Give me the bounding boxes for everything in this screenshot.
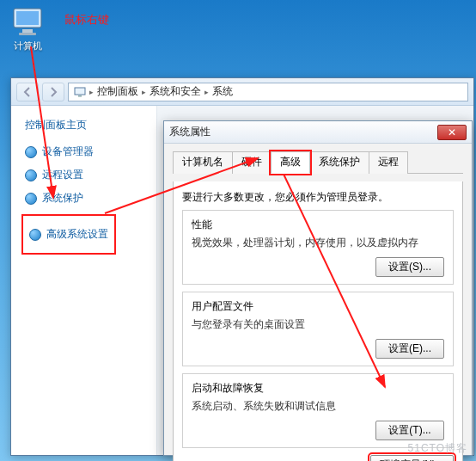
close-icon: ✕ [448,126,456,138]
tab-system-protection[interactable]: 系统保护 [309,151,369,174]
control-panel-home-link[interactable]: 控制面板主页 [25,118,146,132]
group-title: 性能 [192,218,444,232]
sidebar-item-label: 远程设置 [42,168,83,182]
group-desc: 视觉效果，处理器计划，内存使用，以及虚拟内存 [192,236,444,250]
svg-rect-5 [78,95,82,97]
group-desc: 与您登录有关的桌面设置 [192,317,444,332]
tab-advanced[interactable]: 高级 [271,151,310,174]
group-title: 用户配置文件 [192,299,444,314]
monitor-small-icon [74,87,86,97]
annotation-right-click: 鼠标右键 [64,12,109,28]
svg-rect-1 [16,11,39,25]
bullet-icon [25,193,37,205]
chevron-right-icon: ▸ [204,88,209,96]
bullet-icon [25,169,37,181]
performance-settings-button[interactable]: 设置(S)... [375,257,444,277]
nav-back-button[interactable] [16,83,39,101]
group-title: 启动和故障恢复 [192,381,444,396]
tab-computer-name[interactable]: 计算机名 [173,151,233,174]
computer-desktop-icon[interactable]: 计算机 [7,7,48,52]
user-profiles-settings-button[interactable]: 设置(E)... [375,339,444,359]
sidebar-item-device-manager[interactable]: 设备管理器 [25,144,146,159]
sidebar-item-label: 高级系统设置 [46,227,108,242]
svg-rect-2 [22,29,33,33]
annotation-highlight-advanced-settings: 高级系统设置 [21,214,116,255]
sidebar-item-label: 设备管理器 [42,144,94,159]
control-panel-sidebar: 控制面板主页 设备管理器 远程设置 系统保护 高级系统设置 [11,106,157,455]
tab-remote[interactable]: 远程 [369,151,408,174]
close-button[interactable]: ✕ [437,125,467,140]
environment-variables-button[interactable]: 环境变量(N)... [370,455,454,461]
arrow-left-icon [22,87,33,97]
chevron-right-icon: ▸ [142,88,146,96]
group-startup-recovery: 启动和故障恢复 系统启动、系统失败和调试信息 设置(T)... [182,373,454,448]
bullet-icon [25,146,37,158]
group-desc: 系统启动、系统失败和调试信息 [192,399,444,414]
sidebar-item-advanced-system-settings[interactable]: 高级系统设置 [27,226,111,243]
nav-forward-button[interactable] [42,83,64,101]
startup-settings-button[interactable]: 设置(T)... [375,421,444,440]
svg-rect-4 [75,88,85,95]
desktop-background: 计算机 鼠标右键 ▸ 控制面板 ▸ 系统和安全 ▸ 系统 控制面板主页 [0,0,476,461]
explorer-toolbar: ▸ 控制面板 ▸ 系统和安全 ▸ 系统 [11,78,473,106]
chevron-right-icon: ▸ [89,88,94,96]
dialog-titlebar[interactable]: 系统属性 ✕ [164,121,472,144]
breadcrumb[interactable]: ▸ 控制面板 ▸ 系统和安全 ▸ 系统 [68,83,468,101]
svg-rect-3 [19,33,36,35]
system-properties-dialog: 系统属性 ✕ 计算机名 硬件 高级 系统保护 远程 要进行大多数更改，您必须作为… [163,120,473,456]
computer-icon-label: 计算机 [7,40,48,52]
tab-page-advanced: 要进行大多数更改，您必须作为管理员登录。 性能 视觉效果，处理器计划，内存使用，… [173,181,463,461]
watermark: 51CTO博客 [408,441,467,456]
dialog-title: 系统属性 [169,125,437,139]
sidebar-item-system-protection[interactable]: 系统保护 [25,191,146,206]
tab-hardware[interactable]: 硬件 [232,151,272,174]
arrow-right-icon [48,87,58,97]
breadcrumb-item-system[interactable]: 系统 [212,84,233,99]
group-performance: 性能 视觉效果，处理器计划，内存使用，以及虚拟内存 设置(S)... [182,210,454,285]
sidebar-item-label: 系统保护 [42,191,83,206]
monitor-icon [10,7,45,38]
group-user-profiles: 用户配置文件 与您登录有关的桌面设置 设置(E)... [182,292,454,366]
dialog-tabbar: 计算机名 硬件 高级 系统保护 远程 [173,151,463,174]
breadcrumb-item-system-security[interactable]: 系统和安全 [150,84,201,99]
sidebar-item-remote-settings[interactable]: 远程设置 [25,168,146,182]
breadcrumb-item-control-panel[interactable]: 控制面板 [97,84,138,99]
bullet-icon [29,229,41,241]
admin-note: 要进行大多数更改，您必须作为管理员登录。 [182,190,454,205]
